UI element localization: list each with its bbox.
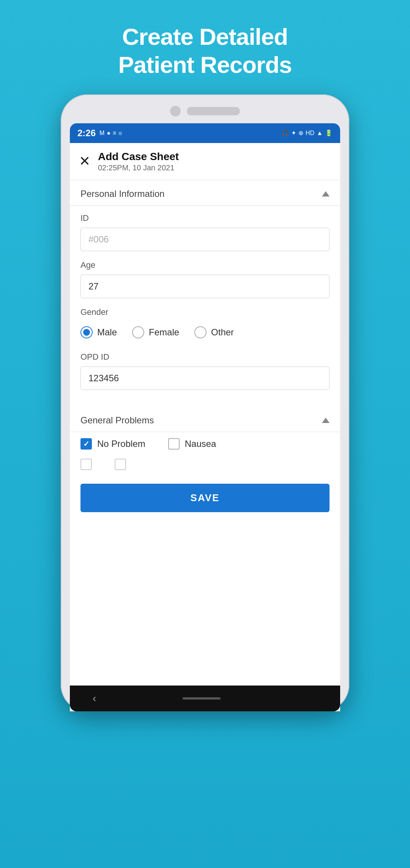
headphone-icon: 🎧 <box>281 129 289 137</box>
app-bar-info: Add Case Sheet 02:25PM, 10 Jan 2021 <box>98 151 179 172</box>
checkbox-row-1: ✓ No Problem Nausea <box>70 432 340 456</box>
id-input[interactable] <box>80 228 330 251</box>
radio-female-outer <box>132 326 144 338</box>
checkbox-row2-box2 <box>115 459 126 470</box>
camera-dot <box>170 106 181 116</box>
general-problems-title: General Problems <box>80 415 154 426</box>
hd-icon: HD <box>306 130 314 137</box>
checkbox-nausea[interactable]: Nausea <box>168 438 216 450</box>
bottom-nav: ‹ <box>70 686 340 711</box>
app-bar-subtitle: 02:25PM, 10 Jan 2021 <box>98 164 179 172</box>
back-button[interactable]: ‹ <box>93 692 96 704</box>
age-input[interactable] <box>80 275 330 298</box>
signal-icon: ⊕ <box>298 129 303 137</box>
radio-male-label: Male <box>97 327 117 338</box>
radio-male-outer <box>80 326 93 338</box>
bluetooth-icon: ✦ <box>291 129 296 137</box>
personal-info-form-body: ID Age Gender <box>70 206 340 407</box>
status-time: 2:26 <box>77 128 96 138</box>
checkbox-nausea-label: Nausea <box>185 439 216 449</box>
personal-info-chevron-up-icon <box>322 191 330 197</box>
status-bar: 2:26 M ● ≡ ⌾ 🎧 ✦ ⊕ HD ▲ 🔋 <box>70 123 340 143</box>
checkbox-no-problem-box: ✓ <box>80 438 92 450</box>
close-button[interactable]: ✕ <box>79 154 90 168</box>
hero-title: Create Detailed Patient Records <box>118 23 292 79</box>
gender-label: Gender <box>80 307 330 317</box>
page-header: Create Detailed Patient Records <box>118 0 292 94</box>
personal-info-title: Personal Information <box>80 189 164 199</box>
age-field-group: Age <box>80 260 330 298</box>
phone-shell: 2:26 M ● ≡ ⌾ 🎧 ✦ ⊕ HD ▲ 🔋 ✕ Add Ca <box>61 94 349 711</box>
status-left: 2:26 M ● ≡ ⌾ <box>77 128 122 138</box>
status-icons-left: M ● ≡ ⌾ <box>99 130 122 137</box>
battery-icon: 🔋 <box>325 129 333 137</box>
radio-other[interactable]: Other <box>194 326 234 338</box>
gmail-icon: M <box>99 130 104 137</box>
personal-info-section-header[interactable]: Personal Information <box>70 180 340 206</box>
wifi-icon: ⌾ <box>118 130 122 137</box>
opd-label: OPD ID <box>80 352 330 362</box>
id-field-group: ID <box>80 213 330 251</box>
checkbox-row2-item2[interactable] <box>115 459 126 470</box>
checkbox-no-problem[interactable]: ✓ No Problem <box>80 438 145 450</box>
phone-notch <box>70 106 340 123</box>
checkbox-row2-box1 <box>80 459 92 470</box>
gender-field-group: Gender Male Female <box>80 307 330 343</box>
opd-input[interactable] <box>80 366 330 390</box>
save-bar: SAVE <box>70 478 340 520</box>
circle-icon: ● <box>107 130 110 137</box>
nav-home-pill[interactable] <box>183 697 221 700</box>
general-problems-section-header[interactable]: General Problems <box>70 407 340 432</box>
age-label: Age <box>80 260 330 270</box>
id-label: ID <box>80 213 330 223</box>
notes-icon: ≡ <box>113 130 116 137</box>
radio-female[interactable]: Female <box>132 326 179 338</box>
checkmark-icon: ✓ <box>83 440 90 448</box>
save-button[interactable]: SAVE <box>80 484 330 512</box>
app-bar-title: Add Case Sheet <box>98 151 179 163</box>
status-right: 🎧 ✦ ⊕ HD ▲ 🔋 <box>281 129 333 137</box>
checkbox-row2-item1[interactable] <box>80 459 92 470</box>
signal-bars-icon: ▲ <box>317 130 323 137</box>
form-content: Personal Information ID Age Gender <box>70 180 340 686</box>
opd-field-group: OPD ID <box>80 352 330 390</box>
checkbox-nausea-box <box>168 438 180 450</box>
gender-radio-group: Male Female Other <box>80 322 330 343</box>
general-problems-chevron-up-icon <box>322 418 330 423</box>
phone-speaker <box>187 107 240 115</box>
checkbox-no-problem-label: No Problem <box>97 439 145 449</box>
radio-female-label: Female <box>149 327 179 338</box>
radio-other-outer <box>194 326 207 338</box>
checkbox-row-2 <box>70 456 340 478</box>
radio-male[interactable]: Male <box>80 326 117 338</box>
phone-screen: 2:26 M ● ≡ ⌾ 🎧 ✦ ⊕ HD ▲ 🔋 ✕ Add Ca <box>70 123 340 711</box>
app-bar: ✕ Add Case Sheet 02:25PM, 10 Jan 2021 <box>70 143 340 180</box>
radio-other-label: Other <box>211 327 234 338</box>
radio-male-inner <box>83 329 90 336</box>
